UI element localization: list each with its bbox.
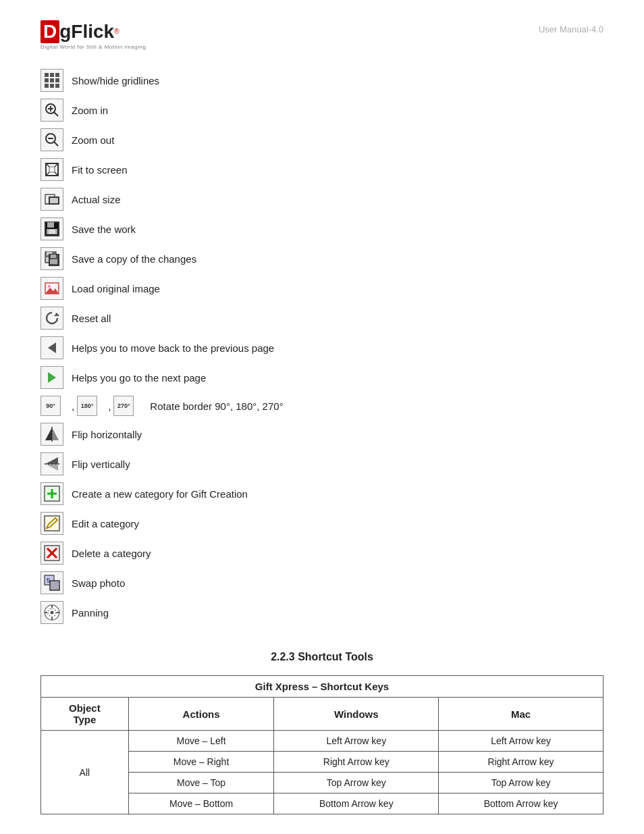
create-cat-svg: [43, 485, 61, 502]
prev-svg: [44, 340, 60, 356]
svg-rect-14: [49, 197, 59, 204]
list-item-fit-to-screen: Fit to screen: [41, 158, 603, 181]
col-header-actions: Actions: [128, 698, 274, 731]
list-item-save-work: Save the work: [41, 217, 603, 240]
mac-move-right: Right Arrow key: [439, 752, 603, 773]
panning-icon: [41, 601, 63, 624]
load-original-icon: [41, 277, 63, 300]
col-header-mac: Mac: [439, 698, 603, 731]
fit-to-screen-icon: [41, 158, 63, 181]
flip-h-svg: [43, 425, 61, 443]
swap-svg: ⇅: [43, 574, 61, 592]
logo-d-letter: D: [41, 20, 59, 43]
svg-rect-48: [50, 581, 59, 590]
show-hide-gridlines-icon: [41, 69, 63, 92]
svg-rect-19: [49, 230, 55, 234]
next-page-icon: [41, 366, 63, 389]
save-copy-label: Save a copy of the changes: [72, 252, 196, 266]
svg-marker-31: [48, 372, 56, 383]
flip-h-label: Flip horizontally: [72, 427, 142, 442]
table-header-row: ObjectType Actions Windows Mac: [41, 698, 603, 731]
col-header-windows: Windows: [274, 698, 439, 731]
logo-flick-text: gFlick: [59, 21, 114, 42]
zoom-in-label: Zoom in: [72, 103, 108, 118]
list-item-next-page: Helps you go to the next page: [41, 366, 603, 389]
prev-page-icon: [41, 336, 63, 359]
section-title: 2.2.3 Shortcut Tools: [41, 651, 603, 663]
reset-all-label: Reset all: [72, 311, 111, 325]
actual-size-icon: [41, 188, 63, 211]
fit-to-screen-label: Fit to screen: [72, 163, 128, 177]
zoom-in-svg: [44, 102, 60, 118]
windows-move-right: Right Arrow key: [274, 752, 439, 773]
windows-move-top: Top Arrow key: [274, 773, 439, 793]
save-work-label: Save the work: [72, 222, 136, 236]
svg-marker-36: [45, 464, 58, 471]
page: DgFlick® Digital World for Still & Motio…: [0, 0, 644, 834]
icon-list: Show/hide gridlines Zoom in: [41, 69, 603, 624]
rotate-180-icon: 180°: [77, 396, 97, 416]
svg-marker-30: [48, 342, 56, 353]
edit-category-icon: [41, 512, 63, 535]
flip-v-svg: [43, 455, 61, 473]
windows-move-bottom: Bottom Arrow key: [274, 793, 439, 814]
save-work-icon: [41, 217, 63, 240]
zoom-out-svg: [44, 132, 60, 148]
svg-marker-33: [52, 427, 59, 440]
svg-rect-24: [51, 255, 56, 258]
next-svg: [44, 369, 60, 386]
svg-line-1: [54, 112, 58, 116]
delete-category-icon: [41, 542, 63, 565]
reset-svg: [44, 310, 60, 326]
flip-h-icon: [41, 423, 63, 446]
svg-marker-29: [54, 313, 59, 316]
edit-cat-svg: [43, 515, 61, 532]
list-item-flip-v: Flip vertically: [41, 452, 603, 475]
rotate-group: 90° , 180° , 270°: [41, 396, 142, 416]
action-move-top: Move – Top: [128, 773, 274, 793]
zoom-in-icon: [41, 99, 63, 122]
edit-category-label: Edit a category: [72, 517, 139, 531]
panning-svg: [43, 604, 61, 621]
mac-move-bottom: Bottom Arrow key: [439, 793, 603, 814]
col-header-object: ObjectType: [41, 698, 129, 731]
list-item-save-copy: Save a copy of the changes: [41, 247, 603, 270]
next-page-label: Helps you go to the next page: [72, 371, 206, 385]
list-item-prev-page: Helps you to move back to the previous p…: [41, 336, 603, 359]
table-title-row: Gift Xpress – Shortcut Keys: [41, 676, 603, 698]
list-item-swap-photo: ⇅ Swap photo: [41, 571, 603, 594]
svg-marker-8: [49, 167, 55, 172]
list-item-create-category: Create a new category for Gift Creation: [41, 482, 603, 505]
action-move-bottom: Move – Bottom: [128, 793, 274, 814]
actual-size-label: Actual size: [72, 192, 121, 207]
rotate-border-label: Rotate border 90°, 180°, 270°: [150, 399, 283, 413]
actual-svg: [44, 191, 60, 207]
svg-line-5: [54, 142, 58, 146]
rotate-comma: ,: [72, 399, 74, 413]
list-item-delete-category: Delete a category: [41, 542, 603, 565]
user-manual-label: User Manual-4.0: [539, 24, 603, 34]
flip-v-icon: [41, 452, 63, 475]
rotate-comma2: ,: [108, 399, 111, 413]
logo-trademark: ®: [114, 28, 119, 35]
create-category-icon: [41, 482, 63, 505]
list-item-actual-size: Actual size: [41, 188, 603, 211]
logo-text: DgFlick®: [41, 20, 119, 43]
object-type-all: All: [41, 731, 129, 814]
header: DgFlick® Digital World for Still & Motio…: [41, 20, 603, 50]
logo-subtitle: Digital World for Still & Motion Imaging: [41, 44, 146, 50]
list-item-zoom-in: Zoom in: [41, 99, 603, 122]
svg-marker-32: [45, 427, 52, 440]
delete-category-label: Delete a category: [72, 546, 151, 561]
shortcut-table: Gift Xpress – Shortcut Keys ObjectType A…: [41, 675, 603, 814]
svg-line-43: [47, 527, 49, 528]
svg-point-52: [51, 611, 54, 615]
swap-photo-icon: ⇅: [41, 571, 63, 594]
action-move-left: Move – Left: [128, 731, 274, 752]
list-item-zoom-out: Zoom out: [41, 128, 603, 151]
table-row: All Move – Left Left Arrow key Left Arro…: [41, 731, 603, 752]
create-category-label: Create a new category for Gift Creation: [72, 487, 248, 501]
save-copy-svg: [44, 251, 60, 267]
list-item-reset-all: Reset all: [41, 307, 603, 330]
svg-rect-17: [47, 222, 54, 228]
